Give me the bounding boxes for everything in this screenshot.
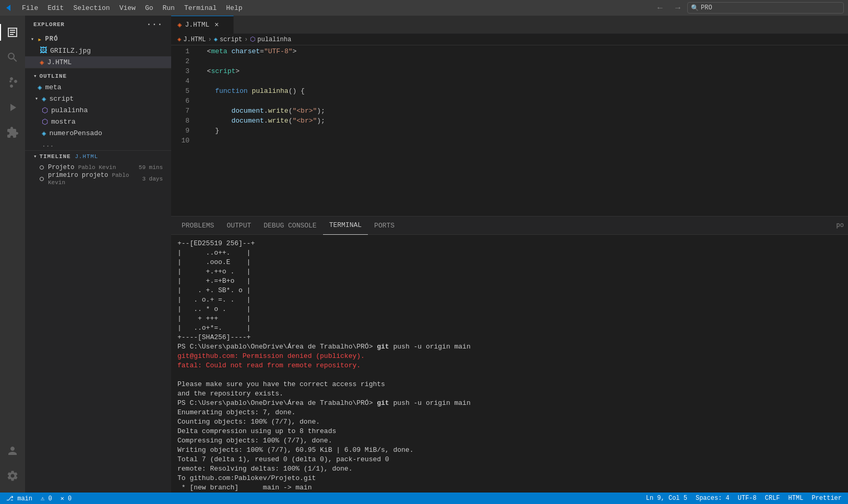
terminal-resolve: remote: Resolving deltas: 100% (1/1), do… — [177, 464, 842, 474]
terminal-line: | +.++o . | — [177, 267, 842, 277]
file-griilz[interactable]: 🖼 GRIILZ.jpg — [25, 45, 171, 56]
file-explorer: ▾ ▸ PRÓ 🖼 GRIILZ.jpg ◈ J.HTML ▾ OUTLINE … — [25, 33, 171, 493]
panel-actions: po — [837, 222, 844, 229]
terminal-info-2: and the repository exists. — [177, 389, 842, 399]
menu-edit[interactable]: Edit — [43, 3, 68, 13]
activity-search[interactable] — [0, 45, 25, 70]
outline-numeropensado[interactable]: ◈ numeroPensado — [25, 127, 171, 139]
panel-area: PROBLEMS OUTPUT DEBUG CONSOLE TERMINAL P… — [171, 216, 848, 493]
status-branch[interactable]: ⎇ main — [4, 495, 34, 502]
code-editor: 1 2 3 4 5 6 7 8 9 10 <meta charset="UTF-… — [171, 45, 848, 216]
code-line-10 — [195, 136, 848, 146]
menu-view[interactable]: View — [115, 3, 140, 13]
chevron-down-icon: ▾ — [33, 95, 40, 102]
code-line-9: } — [195, 126, 848, 136]
status-warnings[interactable]: ⚠ 0 — [39, 495, 54, 502]
terminal-line: | .. * o . | — [177, 305, 842, 314]
breadcrumb: ◈ J.HTML › ◈ script › ⬡ pulalinha — [171, 34, 848, 45]
main-container: Explorer ··· ▾ ▸ PRÓ 🖼 GRIILZ.jpg ◈ J.HT… — [0, 16, 848, 493]
outline-header[interactable]: ▾ OUTLINE — [25, 70, 171, 81]
timeline-header[interactable]: ▾ TIMELINE J.HTML — [25, 151, 171, 162]
menu-bar: File Edit Selection View Go Run Terminal… — [0, 0, 848, 16]
activity-bar — [0, 16, 25, 493]
menu-terminal[interactable]: Terminal — [180, 3, 221, 13]
menu-go[interactable]: Go — [141, 3, 158, 13]
activity-account[interactable] — [0, 438, 25, 463]
panel-tab-debug[interactable]: DEBUG CONSOLE — [257, 217, 323, 235]
menu-run[interactable]: Run — [158, 3, 178, 13]
editor-area: ◈ J.HTML × ◈ J.HTML › ◈ script › ⬡ pulal… — [171, 16, 848, 493]
terminal-line: | ..o+*=. | — [177, 323, 842, 333]
status-formatter[interactable]: Prettier — [809, 495, 844, 502]
activity-explorer[interactable] — [0, 20, 25, 45]
breadcrumb-file[interactable]: J.HTML — [183, 36, 206, 43]
timeline-item-1[interactable]: primeiro projeto Pablo Kevin 3 days — [25, 173, 171, 185]
terminal-line: | . +. SB*. o | — [177, 286, 842, 295]
chevron-down-icon: ▾ — [33, 73, 38, 79]
timeline-dot — [40, 165, 44, 170]
image-file-icon: 🖼 — [40, 46, 47, 55]
menu-help[interactable]: Help — [222, 3, 246, 13]
code-line-3: <script> — [195, 66, 848, 76]
folder-icon: ▸ — [38, 35, 42, 44]
bracket-icon: ◈ — [42, 129, 46, 138]
breadcrumb-func-icon: ⬡ — [250, 35, 255, 43]
chevron-down-icon: ▾ — [33, 153, 38, 160]
status-bar: ⎇ main ⚠ 0 ✕ 0 Ln 9, Col 5 Spaces: 4 UTF… — [0, 493, 848, 504]
activity-source-control[interactable] — [0, 70, 25, 95]
outline-mostra[interactable]: ⬡ mostra — [25, 116, 171, 127]
menu-file[interactable]: File — [18, 3, 42, 13]
sidebar-more[interactable]: ··· — [147, 20, 163, 29]
sidebar-header: Explorer ··· — [25, 16, 171, 33]
terminal-line: | . o.+ =. . | — [177, 295, 842, 305]
terminal-line: | .ooo.E | — [177, 258, 842, 267]
tab-close-button[interactable]: × — [212, 21, 221, 29]
terminal-enum: Enumerating objects: 7, done. — [177, 408, 842, 417]
breadcrumb-pulalinha[interactable]: pulalinha — [257, 36, 291, 43]
code-line-2 — [195, 56, 848, 66]
terminal-content[interactable]: +--[ED25519 256]--+ | ..o++. | | .ooo.E … — [171, 235, 848, 493]
outline-more[interactable]: ... — [25, 139, 171, 150]
status-language[interactable]: HTML — [786, 495, 806, 502]
tab-jhtml[interactable]: ◈ J.HTML × — [171, 16, 234, 34]
code-line-8: document.write("<br>"); — [195, 116, 848, 126]
code-line-6 — [195, 96, 848, 106]
outline-pulalinha[interactable]: ⬡ pulalinha — [25, 104, 171, 116]
nav-back[interactable]: ← — [652, 2, 668, 14]
html-file-icon: ◈ — [40, 58, 44, 67]
code-line-7: document.write("<br>"); — [195, 106, 848, 116]
status-spaces[interactable]: Spaces: 4 — [694, 495, 732, 502]
terminal-line: +--[ED25519 256]--+ — [177, 239, 842, 248]
code-line-5: function pulalinha() { — [195, 86, 848, 96]
menu-selection[interactable]: Selection — [69, 3, 114, 13]
panel-tab-output[interactable]: OUTPUT — [220, 217, 257, 235]
breadcrumb-script[interactable]: script — [220, 36, 242, 43]
panel-tab-ports[interactable]: PORTS — [368, 217, 401, 235]
breadcrumb-script-icon: ◈ — [214, 35, 218, 43]
activity-run[interactable] — [0, 95, 25, 120]
outline-meta[interactable]: ◈ meta — [25, 81, 171, 93]
terminal-error-1: git@github.com: Permission denied (publi… — [177, 352, 842, 361]
terminal-compress: Compressing objects: 100% (7/7), done. — [177, 436, 842, 446]
script-icon: ◈ — [42, 94, 46, 103]
status-eol[interactable]: CRLF — [763, 495, 782, 502]
code-content[interactable]: <meta charset="UTF-8"> <script> function… — [195, 45, 848, 216]
terminal-delta: Delta compression using up to 8 threads — [177, 427, 842, 436]
app-icon — [4, 4, 13, 12]
activity-settings[interactable] — [0, 463, 25, 488]
nav-forward[interactable]: → — [670, 2, 686, 14]
status-position[interactable]: Ln 9, Col 5 — [644, 495, 689, 502]
func-icon: ⬡ — [42, 106, 48, 115]
file-jhtml[interactable]: ◈ J.HTML — [25, 56, 171, 68]
project-folder[interactable]: ▾ ▸ PRÓ — [25, 33, 171, 45]
panel-tab-terminal[interactable]: TERMINAL — [323, 217, 368, 235]
panel-tab-problems[interactable]: PROBLEMS — [175, 217, 220, 235]
activity-extensions[interactable] — [0, 120, 25, 145]
status-encoding[interactable]: UTF-8 — [736, 495, 759, 502]
terminal-count: Counting objects: 100% (7/7), done. — [177, 417, 842, 427]
status-errors[interactable]: ✕ 0 — [58, 495, 74, 502]
terminal-prompt-1: PS C:\Users\pablo\OneDrive\Área de Traba… — [177, 342, 842, 352]
timeline-dot — [40, 177, 44, 181]
outline-script[interactable]: ▾ ◈ script — [25, 93, 171, 104]
search-bar[interactable]: 🔍 PRO — [687, 2, 844, 14]
